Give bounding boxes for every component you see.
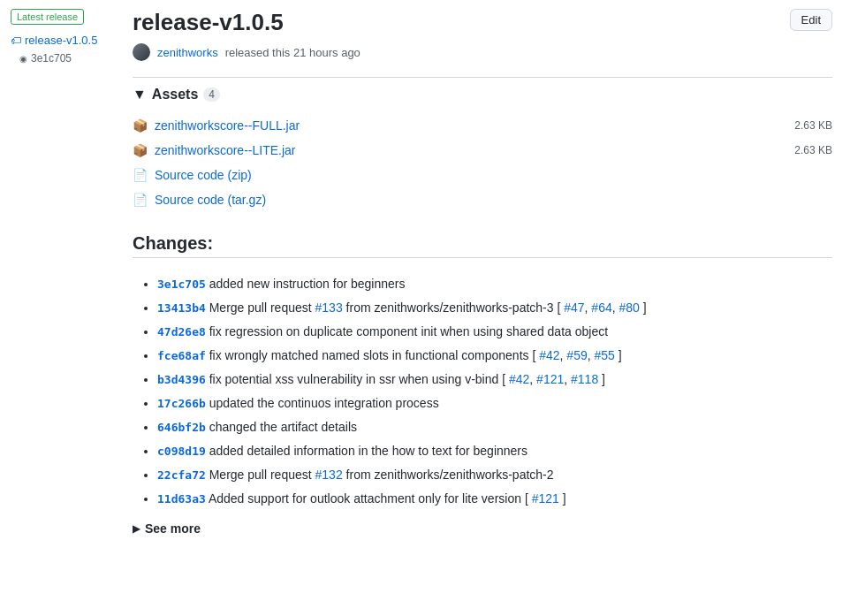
ref-118[interactable]: #118 xyxy=(571,372,598,386)
sidebar-commit: ◉ 3e1c705 xyxy=(11,52,104,65)
see-more-toggle[interactable]: ▶ See more xyxy=(133,521,832,536)
release-header: release-v1.0.5 Edit xyxy=(133,9,832,36)
list-item: 17c266b updated the continuos integratio… xyxy=(157,392,832,415)
changes-list: 3e1c705 added new instruction for beginn… xyxy=(133,272,832,511)
sidebar-tag-label: release-v1.0.5 xyxy=(25,34,97,47)
commit-text2-1: from zenithworks/zenithworks-patch-3 [ xyxy=(343,300,565,315)
release-title: release-v1.0.5 xyxy=(133,9,284,36)
list-item: c098d19 added detailed information in th… xyxy=(157,439,832,463)
changes-section: Changes: 3e1c705 added new instruction f… xyxy=(133,233,832,536)
ref-64[interactable]: #64 xyxy=(591,300,611,315)
list-item: 11d63a3 Added support for outlook attach… xyxy=(157,487,832,511)
targz-icon: 📄 xyxy=(133,193,148,207)
commit-text-9: Added support for outlook attachment onl… xyxy=(206,491,532,506)
ref-47[interactable]: #47 xyxy=(564,300,584,315)
chevron-right-icon: ▶ xyxy=(133,523,140,535)
collapse-icon: ▼ xyxy=(133,87,147,103)
sidebar-tag-link[interactable]: 🏷 release-v1.0.5 xyxy=(11,34,104,47)
commit-text-4: fix potential xss vulnerability in ssr w… xyxy=(206,372,509,386)
commit-hash-3[interactable]: fce68af xyxy=(157,349,206,362)
commit-text2-8: from zenithworks/zenithworks-patch-2 xyxy=(343,468,554,482)
commit-text-3: fix wrongly matched named slots in funct… xyxy=(206,348,539,362)
commit-hash-9[interactable]: 11d63a3 xyxy=(157,492,206,506)
asset-left-3: 📄 Source code (zip) xyxy=(133,168,252,182)
commit-hash-4[interactable]: b3d4396 xyxy=(157,373,206,386)
assets-section: ▼ Assets 4 📦 zenithworkscore--FULL.jar 2… xyxy=(133,87,832,212)
asset-link-source-targz[interactable]: Source code (tar.gz) xyxy=(155,193,266,207)
ref-42b[interactable]: #42 xyxy=(509,372,529,386)
asset-left: 📦 zenithworkscore--FULL.jar xyxy=(133,118,300,133)
main-content: release-v1.0.5 Edit zenithworks released… xyxy=(115,0,850,553)
commit-hash-2[interactable]: 47d26e8 xyxy=(157,325,206,338)
release-meta: zenithworks released this 21 hours ago xyxy=(133,43,832,61)
commit-text-0: added new instruction for beginners xyxy=(206,277,406,291)
commit-text-8: Merge pull request xyxy=(206,468,315,482)
commit-text-1: Merge pull request xyxy=(206,300,315,315)
sidebar-commit-hash: 3e1c705 xyxy=(31,52,72,65)
list-item: 646bf2b changed the artifact details xyxy=(157,415,832,439)
assets-count: 4 xyxy=(203,87,220,102)
asset-item-source-zip: 📄 Source code (zip) xyxy=(133,163,832,187)
see-more-label: See more xyxy=(145,521,201,536)
list-item: b3d4396 fix potential xss vulnerability … xyxy=(157,368,832,392)
sidebar: Latest release 🏷 release-v1.0.5 ◉ 3e1c70… xyxy=(0,0,115,553)
jar-icon-2: 📦 xyxy=(133,143,148,157)
changes-divider xyxy=(133,257,832,258)
commit-text-2: fix regression on duplicate component in… xyxy=(206,324,608,338)
asset-link-full-jar[interactable]: zenithworkscore--FULL.jar xyxy=(155,118,300,133)
pr-link-133[interactable]: #133 xyxy=(315,300,343,315)
commit-text-7: added detailed information in the how to… xyxy=(206,444,527,458)
asset-item-full-jar: 📦 zenithworkscore--FULL.jar 2.63 KB xyxy=(133,113,832,138)
zip-icon: 📄 xyxy=(133,168,148,182)
avatar xyxy=(133,43,150,61)
list-item: 3e1c705 added new instruction for beginn… xyxy=(157,272,832,296)
commit-text-6: changed the artifact details xyxy=(206,420,357,434)
assets-label: Assets xyxy=(152,87,198,103)
release-time: released this 21 hours ago xyxy=(225,46,360,59)
ref-55[interactable]: #55 xyxy=(595,348,615,362)
list-item: 47d26e8 fix regression on duplicate comp… xyxy=(157,320,832,344)
asset-left-2: 📦 zenithworkscore--LITE.jar xyxy=(133,143,296,157)
asset-link-source-zip[interactable]: Source code (zip) xyxy=(155,168,252,182)
commit-hash-8[interactable]: 22cfa72 xyxy=(157,468,206,482)
commit-text-5: updated the continuos integration proces… xyxy=(206,396,439,410)
commit-hash-1[interactable]: 13413b4 xyxy=(157,301,206,315)
list-item: 22cfa72 Merge pull request #132 from zen… xyxy=(157,463,832,487)
asset-size-lite-jar: 2.63 KB xyxy=(794,144,832,156)
commit-hash-5[interactable]: 17c266b xyxy=(157,397,206,410)
pr-link-132[interactable]: #132 xyxy=(315,468,343,482)
ref-80[interactable]: #80 xyxy=(619,300,640,315)
ref-121a[interactable]: #121 xyxy=(536,372,564,386)
ref-42a[interactable]: #42 xyxy=(539,348,559,362)
assets-header[interactable]: ▼ Assets 4 xyxy=(133,87,832,103)
asset-link-lite-jar[interactable]: zenithworkscore--LITE.jar xyxy=(155,143,296,157)
jar-icon-1: 📦 xyxy=(133,118,148,133)
asset-item-source-targz: 📄 Source code (tar.gz) xyxy=(133,187,832,212)
list-item: fce68af fix wrongly matched named slots … xyxy=(157,344,832,368)
asset-left-4: 📄 Source code (tar.gz) xyxy=(133,193,266,207)
ref-121b[interactable]: #121 xyxy=(532,491,559,506)
commit-icon: ◉ xyxy=(19,54,27,64)
edit-button[interactable]: Edit xyxy=(790,9,832,31)
ref-59[interactable]: #59 xyxy=(566,348,587,362)
asset-size-full-jar: 2.63 KB xyxy=(794,119,832,132)
commit-hash-6[interactable]: 646bf2b xyxy=(157,421,206,434)
list-item: 13413b4 Merge pull request #133 from zen… xyxy=(157,296,832,320)
commit-hash-0[interactable]: 3e1c705 xyxy=(157,278,206,291)
commit-hash-7[interactable]: c098d19 xyxy=(157,445,206,458)
author-link[interactable]: zenithworks xyxy=(157,46,218,59)
changes-header: Changes: xyxy=(133,233,832,254)
tag-icon: 🏷 xyxy=(11,34,21,47)
header-divider xyxy=(133,77,832,78)
asset-item-lite-jar: 📦 zenithworkscore--LITE.jar 2.63 KB xyxy=(133,138,832,163)
latest-release-badge: Latest release xyxy=(11,9,84,25)
